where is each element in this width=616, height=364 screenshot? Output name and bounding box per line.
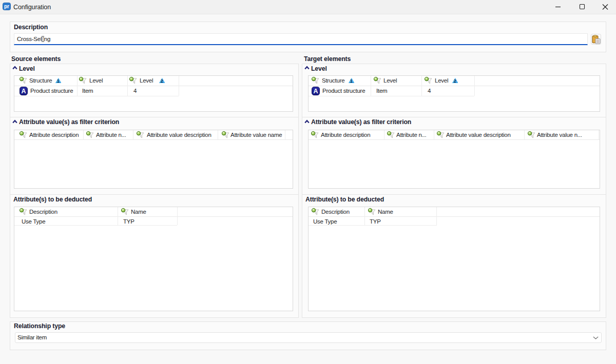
svg-text:pr: pr [4, 4, 9, 9]
